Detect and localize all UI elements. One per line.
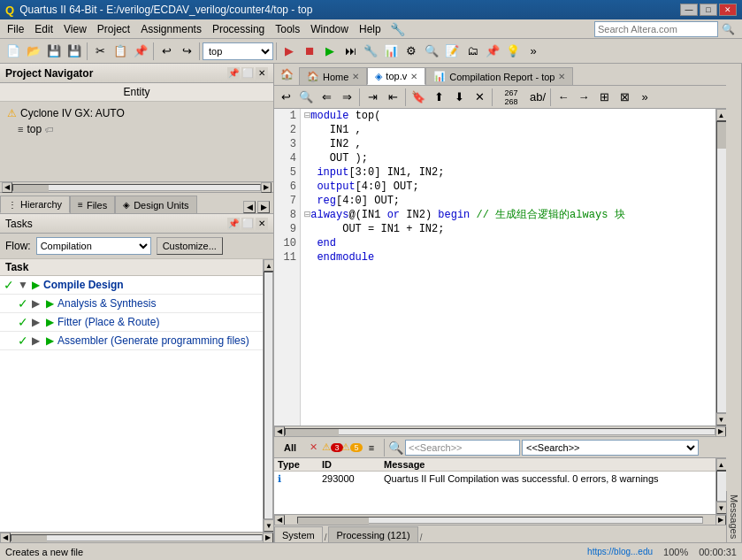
msg-scroll-left[interactable]: ◀: [274, 515, 285, 525]
run-button[interactable]: ▶: [320, 42, 340, 61]
tasks-scroll-down[interactable]: ▼: [264, 519, 273, 532]
ed-expand[interactable]: »: [635, 88, 654, 107]
tab-files[interactable]: ≡ Files: [70, 196, 115, 213]
search-input[interactable]: [594, 21, 718, 37]
message-row-0[interactable]: ℹ 293000 Quartus II Full Compilation was…: [274, 472, 715, 487]
new-button[interactable]: 📄: [4, 42, 23, 61]
compile-button[interactable]: ▶: [279, 42, 299, 61]
msg-scroll-down[interactable]: ▼: [716, 502, 727, 514]
msg-error-btn[interactable]: ✕: [304, 440, 322, 456]
menu-view[interactable]: View: [58, 19, 92, 38]
tasks-close-button[interactable]: ✕: [256, 218, 268, 230]
tasks-scroll-track[interactable]: [264, 272, 273, 519]
task-compile-label[interactable]: Compile Design: [43, 279, 124, 291]
task-item-compile[interactable]: ✓ ▼ ▶ Compile Design: [0, 276, 263, 295]
msg-all-btn[interactable]: All: [278, 440, 302, 456]
tab-home[interactable]: 🏠 Home ✕: [299, 67, 367, 85]
task-expand2-icon[interactable]: ▶: [32, 297, 42, 310]
nav-tab-prev[interactable]: ◀: [243, 201, 256, 213]
ed-indent[interactable]: ⇥: [363, 88, 382, 107]
ed-tb3[interactable]: ⇐: [317, 88, 336, 107]
ed-linenum[interactable]: 267268: [495, 88, 527, 107]
menu-assignments[interactable]: Assignments: [135, 19, 207, 38]
ed-prev-bookmark[interactable]: ⬆: [429, 88, 448, 107]
msg-tab-processing[interactable]: Processing (121): [328, 526, 417, 542]
expand-toolbar-button[interactable]: »: [524, 42, 543, 61]
ed-tb-more1[interactable]: ←: [554, 88, 573, 107]
ed-wordwrap[interactable]: ab/: [528, 88, 547, 107]
paste-button[interactable]: 📌: [131, 42, 150, 61]
side-messages-tab[interactable]: Messages: [726, 491, 742, 542]
editor-hscroll-track[interactable]: [285, 428, 715, 435]
ed-bookmark[interactable]: 🔖: [409, 88, 428, 107]
messages-search-input[interactable]: [405, 440, 520, 456]
close-button[interactable]: ✕: [719, 4, 737, 16]
minimize-button[interactable]: —: [680, 4, 698, 16]
tool1-btn[interactable]: 🔧: [361, 42, 380, 61]
menu-tools[interactable]: Tools: [270, 19, 305, 38]
tasks-scrollbar[interactable]: ▲ ▼: [263, 259, 273, 532]
msg-tab-system[interactable]: System: [274, 526, 323, 542]
menu-window[interactable]: Window: [305, 19, 354, 38]
msg-filter-btn[interactable]: ≡: [363, 440, 380, 456]
msg-hscroll-track[interactable]: [297, 517, 703, 524]
tree-node-top[interactable]: ≡ top 🏷: [4, 121, 270, 137]
tab-home-icon-btn[interactable]: 🏠: [274, 64, 299, 85]
msg-hscroll-thumb[interactable]: [298, 518, 369, 525]
open-button[interactable]: 📂: [24, 42, 43, 61]
menu-file[interactable]: File: [2, 19, 29, 38]
redo-button[interactable]: ↪: [177, 42, 196, 61]
stop-button[interactable]: ⏹: [300, 42, 319, 61]
tab-design-units[interactable]: ◈ Design Units: [115, 196, 196, 213]
step-button[interactable]: ⏭: [340, 42, 360, 61]
nav-scroll-right[interactable]: ▶: [261, 182, 272, 193]
tool5-btn[interactable]: 📝: [442, 42, 462, 61]
editor-hscroll-thumb[interactable]: [286, 429, 339, 436]
task-analysis-label[interactable]: Analysis & Synthesis: [57, 297, 156, 310]
messages-horizontal-scrollbar[interactable]: ◀ ▶: [274, 514, 726, 525]
tab-hierarchy[interactable]: ⋮ Hierarchy: [0, 196, 70, 213]
flow-combo[interactable]: Compilation: [36, 237, 151, 255]
copy-button[interactable]: 📋: [111, 42, 130, 61]
editor-scroll-track[interactable]: [716, 121, 727, 413]
ed-tb1[interactable]: ↩: [276, 88, 295, 107]
menu-edit[interactable]: Edit: [29, 19, 58, 38]
undo-button[interactable]: ↩: [157, 42, 176, 61]
nav-horizontal-scrollbar[interactable]: ◀ ▶: [0, 181, 273, 192]
tasks-scroll-up[interactable]: ▲: [264, 259, 273, 272]
ed-tb4[interactable]: ⇒: [337, 88, 356, 107]
editor-scroll-right[interactable]: ▶: [715, 426, 726, 437]
ed-outdent[interactable]: ⇤: [383, 88, 402, 107]
ed-tb-more4[interactable]: ⊠: [615, 88, 634, 107]
save-button[interactable]: 💾: [44, 42, 64, 61]
maximize-button[interactable]: □: [700, 4, 717, 16]
ed-tb2[interactable]: 🔍: [296, 88, 316, 107]
editor-scroll-left[interactable]: ◀: [274, 426, 285, 437]
code-editor[interactable]: ⊟module top( IN1 , IN2 , OUT ); input[3:…: [301, 109, 715, 426]
messages-vertical-scrollbar[interactable]: ▲ ▼: [715, 458, 726, 514]
tool2-btn[interactable]: 📊: [381, 42, 401, 61]
task-expand4-icon[interactable]: ▶: [32, 334, 42, 347]
tool4-btn[interactable]: 🔍: [422, 42, 441, 61]
tool6-btn[interactable]: 🗂: [463, 42, 482, 61]
editor-scroll-down[interactable]: ▼: [716, 413, 727, 426]
topv-tab-close[interactable]: ✕: [410, 72, 417, 81]
tab-topv[interactable]: ◈ top.v ✕: [367, 67, 425, 85]
nav-scrollbar-track[interactable]: [12, 184, 261, 191]
tool7-btn[interactable]: 📌: [483, 42, 502, 61]
editor-vertical-scrollbar[interactable]: ▲ ▼: [715, 109, 726, 426]
report-tab-close[interactable]: ✕: [558, 72, 565, 81]
tasks-pin-button[interactable]: 📌: [227, 218, 240, 230]
msg-warn2-btn[interactable]: ⚠5: [343, 440, 361, 456]
entity-combo[interactable]: top: [203, 42, 273, 60]
task-assembler-label[interactable]: Assembler (Generate programming files): [57, 334, 249, 347]
tasks-float-button[interactable]: ⬜: [241, 218, 254, 230]
task-item-analysis[interactable]: ✓ ▶ ▶ Analysis & Synthesis: [0, 295, 263, 313]
nav-close-button[interactable]: ✕: [256, 67, 268, 80]
msg-scroll-track[interactable]: [716, 471, 727, 502]
home-tab-close[interactable]: ✕: [352, 72, 359, 81]
menu-project[interactable]: Project: [92, 19, 135, 38]
tree-node-cyclone[interactable]: ⚠ Cyclone IV GX: AUTO: [4, 105, 270, 121]
tasks-hscroll-track[interactable]: [11, 534, 263, 541]
nav-tab-next[interactable]: ▶: [257, 201, 270, 213]
